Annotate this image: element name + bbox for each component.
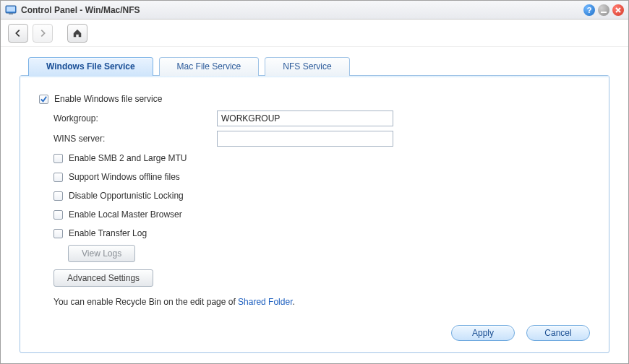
transfer-log-checkbox[interactable]	[54, 229, 63, 238]
master-browser-checkbox[interactable]	[54, 210, 63, 220]
nav-back-button[interactable]	[8, 24, 28, 43]
oplock-checkbox[interactable]	[54, 191, 63, 201]
wins-row: WINS server:	[54, 131, 590, 147]
app-icon	[5, 4, 17, 16]
title-controls: ?	[583, 4, 624, 16]
workgroup-label: Workgroup:	[54, 113, 217, 124]
smb2-label: Enable SMB 2 and Large MTU	[69, 151, 187, 165]
content-area: Windows File Service Mac File Service NF…	[1, 47, 628, 363]
enable-windows-row: Enable Windows file service	[39, 92, 590, 106]
enable-windows-checkbox[interactable]	[39, 95, 48, 104]
view-logs-button[interactable]: View Logs	[68, 245, 135, 262]
workgroup-input[interactable]	[217, 110, 393, 126]
transfer-log-row: Enable Transfer Log	[54, 226, 590, 240]
transfer-log-label: Enable Transfer Log	[69, 226, 147, 240]
tab-nfs-service[interactable]: NFS Service	[265, 57, 349, 76]
close-button[interactable]	[612, 4, 624, 16]
svg-rect-1	[7, 6, 15, 12]
window: Control Panel - Win/Mac/NFS ? Windows Fi…	[0, 0, 629, 364]
oplock-label: Disable Opportunistic Locking	[69, 188, 184, 203]
oplock-row: Disable Opportunistic Locking	[54, 188, 590, 203]
offline-checkbox[interactable]	[54, 173, 63, 182]
master-browser-label: Enable Local Master Browser	[69, 207, 182, 222]
tab-panel: Enable Windows file service Workgroup: W…	[20, 75, 609, 353]
nav-forward-button[interactable]	[33, 24, 53, 43]
tab-mac-file-service[interactable]: Mac File Service	[159, 57, 260, 76]
offline-label: Support Windows offline files	[69, 170, 180, 184]
master-browser-row: Enable Local Master Browser	[54, 207, 590, 222]
hint-suffix: .	[292, 297, 294, 307]
workgroup-row: Workgroup:	[54, 110, 590, 126]
nav-toolbar	[1, 20, 628, 47]
shared-folder-link[interactable]: Shared Folder	[238, 297, 292, 307]
help-button[interactable]: ?	[583, 4, 595, 16]
titlebar: Control Panel - Win/Mac/NFS ?	[1, 1, 628, 20]
window-title: Control Panel - Win/Mac/NFS	[21, 5, 583, 15]
wins-input[interactable]	[217, 131, 393, 147]
svg-rect-3	[601, 12, 607, 13]
footer-buttons: Apply Cancel	[39, 318, 590, 341]
cancel-button[interactable]: Cancel	[526, 325, 590, 341]
enable-windows-label: Enable Windows file service	[54, 92, 162, 106]
smb2-checkbox[interactable]	[54, 154, 63, 163]
advanced-settings-button[interactable]: Advanced Settings	[54, 269, 153, 287]
apply-button[interactable]: Apply	[451, 325, 515, 341]
tabstrip: Windows File Service Mac File Service NF…	[20, 57, 609, 76]
svg-rect-2	[9, 13, 13, 14]
wins-label: WINS server:	[54, 134, 217, 144]
recycle-bin-hint: You can enable Recycle Bin on the edit p…	[54, 297, 590, 307]
nav-home-button[interactable]	[67, 24, 87, 43]
hint-prefix: You can enable Recycle Bin on the edit p…	[54, 297, 238, 307]
offline-row: Support Windows offline files	[54, 170, 590, 184]
smb2-row: Enable SMB 2 and Large MTU	[54, 151, 590, 165]
minimize-button[interactable]	[598, 4, 609, 16]
tab-windows-file-service[interactable]: Windows File Service	[28, 57, 153, 76]
